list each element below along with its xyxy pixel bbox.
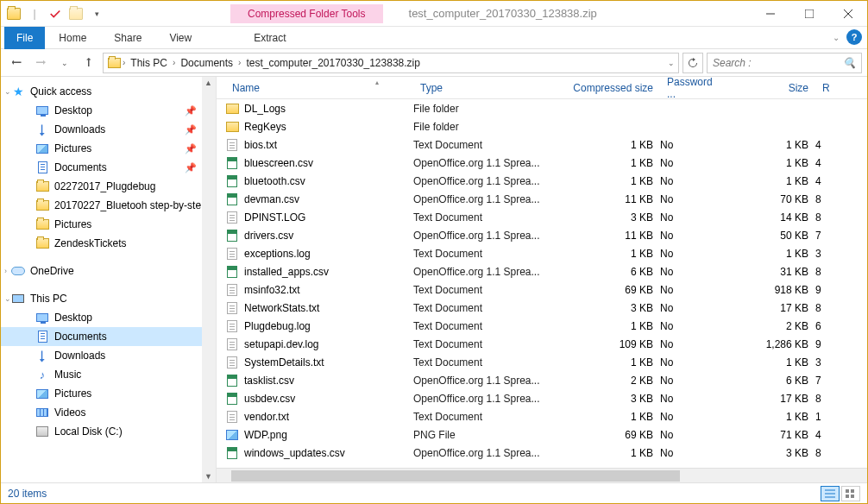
nav-quick-access[interactable]: ⌄★Quick access — [1, 82, 216, 101]
file-row[interactable]: msinfo32.txtText Document69 KBNo918 KB9 — [217, 280, 867, 299]
file-row[interactable]: DL_LogsFile folder — [217, 99, 867, 117]
svg-rect-7 — [846, 489, 849, 493]
txt-icon — [225, 410, 239, 424]
nav-folder-plugdebug[interactable]: 02272017_Plugdebug — [1, 177, 216, 196]
nav-scrollbar[interactable] — [202, 77, 216, 482]
nav-documents[interactable]: Documents📌 — [1, 158, 216, 177]
file-row[interactable]: windows_updates.csvOpenOffice.org 1.1 Sp… — [217, 444, 867, 462]
nav-onedrive[interactable]: ›OneDrive — [1, 261, 216, 280]
file-ratio: 9 — [815, 338, 833, 350]
qat-properties-icon[interactable] — [46, 4, 65, 23]
file-row[interactable]: exceptions.logText Document1 KBNo1 KB3 — [217, 244, 867, 262]
breadcrumb-dropdown-icon[interactable]: ⌄ — [668, 59, 675, 67]
col-type[interactable]: Type — [413, 82, 550, 94]
nav-pictures[interactable]: Pictures📌 — [1, 139, 216, 158]
file-row[interactable]: tasklist.csvOpenOffice.org 1.1 Sprea...2… — [217, 371, 867, 389]
file-compressed-size: 1 KB — [550, 411, 660, 423]
file-size: 1 KB — [729, 157, 815, 169]
nav-folder-bluetooth[interactable]: 20170227_Bluetooh step-by-step — [1, 196, 216, 215]
nav-downloads[interactable]: ⭣Downloads📌 — [1, 120, 216, 139]
minimize-button[interactable] — [751, 1, 789, 27]
file-type: Text Document — [413, 248, 550, 260]
chevron-down-icon[interactable]: ⌄ — [4, 87, 11, 96]
breadcrumb-zip[interactable]: test_computer_20170330_123838.zip — [242, 57, 424, 69]
col-size[interactable]: Size — [729, 82, 815, 94]
view-tab[interactable]: View — [155, 28, 205, 47]
file-row[interactable]: bios.txtText Document1 KBNo1 KB4 — [217, 135, 867, 154]
nav-pc-videos[interactable]: Videos — [1, 403, 216, 422]
nav-folder-pictures2[interactable]: Pictures — [1, 215, 216, 234]
col-name[interactable]: Name▴ — [225, 82, 413, 94]
view-icons-button[interactable] — [841, 486, 860, 501]
qat-customize-dropdown-icon[interactable]: ▾ — [87, 4, 106, 23]
txt-icon — [225, 356, 239, 369]
up-button[interactable]: 🠕 — [79, 53, 99, 73]
file-ratio: 3 — [815, 356, 833, 369]
file-row[interactable]: installed_apps.csvOpenOffice.org 1.1 Spr… — [217, 262, 867, 280]
qat-newfolder-icon[interactable] — [66, 4, 85, 23]
file-row[interactable]: vendor.txtText Document1 KBNo1 KB1 — [217, 407, 867, 425]
file-row[interactable]: usbdev.csvOpenOffice.org 1.1 Sprea...3 K… — [217, 389, 867, 407]
file-password: No — [660, 429, 729, 441]
recent-dropdown-icon[interactable]: ⌄ — [54, 53, 75, 73]
file-size: 14 KB — [729, 211, 815, 224]
chevron-right-icon[interactable]: › — [4, 267, 7, 275]
file-ratio: 1 — [815, 411, 833, 423]
nav-pc-desktop[interactable]: Desktop — [1, 308, 216, 327]
nav-pc-music[interactable]: ♪Music — [1, 365, 216, 384]
search-input[interactable] — [713, 57, 825, 69]
file-row[interactable]: NetworkStats.txtText Document3 KBNo17 KB… — [217, 299, 867, 317]
nav-thispc[interactable]: ⌄This PC — [1, 289, 216, 308]
close-button[interactable] — [828, 1, 867, 27]
nav-pc-localdisk[interactable]: Local Disk (C:) — [1, 422, 216, 441]
nav-pc-documents[interactable]: Documents — [1, 327, 216, 346]
nav-label: Desktop — [54, 104, 92, 117]
ribbon-expand-icon[interactable]: ⌄ — [833, 33, 840, 42]
csv-icon — [225, 374, 239, 387]
back-button[interactable]: 🠔 — [6, 53, 27, 73]
view-details-button[interactable] — [821, 486, 840, 501]
file-tab[interactable]: File — [4, 27, 45, 49]
file-row[interactable]: Plugdebug.logText Document1 KBNo2 KB6 — [217, 317, 867, 335]
nav-desktop[interactable]: Desktop📌 — [1, 101, 216, 120]
col-compressed[interactable]: Compressed size — [550, 82, 660, 94]
csv-icon — [225, 156, 239, 170]
txt-icon — [225, 211, 239, 224]
folder-icon — [35, 198, 49, 212]
file-row[interactable]: bluetooth.csvOpenOffice.org 1.1 Sprea...… — [217, 172, 867, 190]
txt-icon — [225, 138, 239, 152]
file-row[interactable]: setupapi.dev.logText Document109 KBNo1,2… — [217, 335, 867, 353]
refresh-button[interactable] — [682, 53, 703, 73]
nav-pc-downloads[interactable]: ⭣Downloads — [1, 346, 216, 365]
extract-tab[interactable]: Extract — [240, 28, 299, 47]
horizontal-scrollbar[interactable] — [217, 468, 867, 482]
col-ratio[interactable]: R — [815, 82, 833, 94]
search-box[interactable]: 🔍 — [707, 53, 862, 73]
breadcrumb[interactable]: › This PC › Documents › test_computer_20… — [103, 53, 679, 73]
file-row[interactable]: devman.csvOpenOffice.org 1.1 Sprea...11 … — [217, 190, 867, 208]
nav-pc-pictures[interactable]: Pictures — [1, 384, 216, 403]
breadcrumb-thispc[interactable]: This PC — [127, 57, 171, 69]
file-name: WDP.png — [244, 429, 287, 441]
forward-button[interactable]: 🠖 — [30, 53, 51, 73]
share-tab[interactable]: Share — [100, 28, 155, 47]
file-row[interactable]: DPINST.LOGText Document3 KBNo14 KB8 — [217, 208, 867, 226]
maximize-button[interactable] — [789, 1, 828, 27]
col-password[interactable]: Password ... — [660, 77, 729, 100]
file-compressed-size: 1 KB — [550, 447, 660, 459]
file-name: RegKeys — [244, 121, 286, 133]
help-icon[interactable]: ? — [846, 29, 862, 45]
chevron-right-icon[interactable]: › — [238, 58, 241, 67]
nav-folder-zendesk[interactable]: ZendeskTickets — [1, 234, 216, 253]
chevron-right-icon[interactable]: › — [123, 58, 125, 67]
file-row[interactable]: WDP.pngPNG File69 KBNo71 KB4 — [217, 425, 867, 444]
file-row[interactable]: drivers.csvOpenOffice.org 1.1 Sprea...11… — [217, 226, 867, 244]
chevron-down-icon[interactable]: ⌄ — [4, 294, 11, 303]
breadcrumb-documents[interactable]: Documents — [177, 57, 236, 69]
chevron-right-icon[interactable]: › — [173, 58, 175, 67]
home-tab[interactable]: Home — [45, 28, 100, 47]
file-compressed-size: 69 KB — [550, 429, 660, 441]
file-row[interactable]: bluescreen.csvOpenOffice.org 1.1 Sprea..… — [217, 154, 867, 172]
file-row[interactable]: RegKeysFile folder — [217, 117, 867, 135]
file-row[interactable]: SystemDetails.txtText Document1 KBNo1 KB… — [217, 353, 867, 371]
